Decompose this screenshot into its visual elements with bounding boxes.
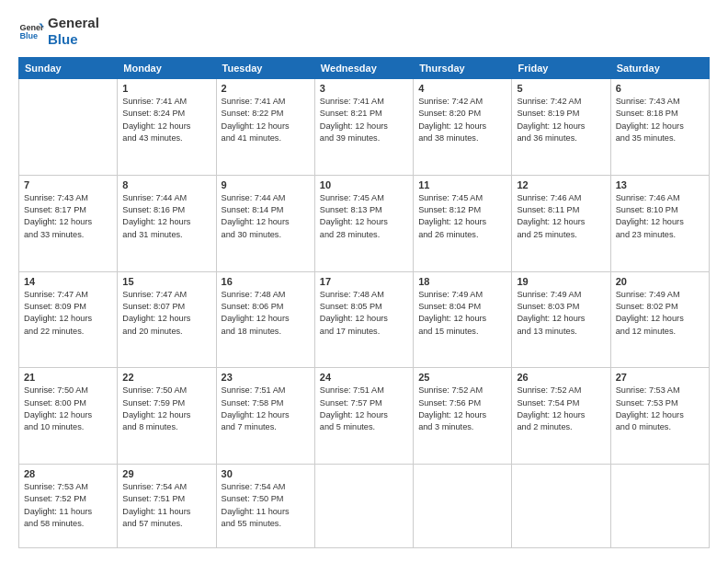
day-number: 24: [320, 372, 408, 383]
calendar-cell: 6Sunrise: 7:43 AM Sunset: 8:18 PM Daylig…: [610, 79, 709, 176]
calendar-cell: 1Sunrise: 7:41 AM Sunset: 8:24 PM Daylig…: [118, 79, 216, 176]
day-info: Sunrise: 7:54 AM Sunset: 7:50 PM Dayligh…: [222, 481, 310, 530]
calendar-week-row: 1Sunrise: 7:41 AM Sunset: 8:24 PM Daylig…: [19, 79, 710, 176]
day-number: 2: [222, 83, 310, 94]
logo-blue: Blue: [48, 31, 99, 48]
calendar-cell: 17Sunrise: 7:48 AM Sunset: 8:05 PM Dayli…: [314, 271, 413, 368]
calendar-week-row: 7Sunrise: 7:43 AM Sunset: 8:17 PM Daylig…: [19, 175, 710, 271]
day-number: 7: [24, 179, 112, 190]
day-number: 22: [122, 372, 210, 383]
day-info: Sunrise: 7:50 AM Sunset: 8:00 PM Dayligh…: [24, 385, 112, 433]
day-info: Sunrise: 7:43 AM Sunset: 8:17 PM Dayligh…: [24, 192, 112, 241]
calendar-cell: 19Sunrise: 7:49 AM Sunset: 8:03 PM Dayli…: [512, 271, 610, 368]
calendar-cell: 24Sunrise: 7:51 AM Sunset: 7:57 PM Dayli…: [314, 368, 413, 465]
day-info: Sunrise: 7:42 AM Sunset: 8:20 PM Dayligh…: [418, 96, 506, 144]
day-info: Sunrise: 7:44 AM Sunset: 8:16 PM Dayligh…: [122, 192, 210, 241]
day-number: 10: [320, 179, 408, 190]
calendar-cell: 26Sunrise: 7:52 AM Sunset: 7:54 PM Dayli…: [512, 368, 610, 465]
calendar-cell: 15Sunrise: 7:47 AM Sunset: 8:07 PM Dayli…: [118, 271, 216, 368]
calendar-cell: 18Sunrise: 7:49 AM Sunset: 8:04 PM Dayli…: [414, 271, 512, 368]
day-number: 6: [616, 83, 704, 94]
day-info: Sunrise: 7:53 AM Sunset: 7:52 PM Dayligh…: [24, 481, 112, 530]
calendar-cell: 25Sunrise: 7:52 AM Sunset: 7:56 PM Dayli…: [414, 368, 512, 465]
calendar-week-row: 28Sunrise: 7:53 AM Sunset: 7:52 PM Dayli…: [19, 465, 710, 548]
day-number: 26: [517, 372, 605, 383]
day-info: Sunrise: 7:51 AM Sunset: 7:57 PM Dayligh…: [320, 385, 408, 433]
day-number: 8: [122, 179, 210, 190]
day-number: 19: [517, 276, 605, 287]
day-info: Sunrise: 7:49 AM Sunset: 8:02 PM Dayligh…: [616, 289, 704, 338]
day-info: Sunrise: 7:49 AM Sunset: 8:04 PM Dayligh…: [418, 289, 506, 338]
calendar-cell: 12Sunrise: 7:46 AM Sunset: 8:11 PM Dayli…: [512, 175, 610, 271]
calendar-header-saturday: Saturday: [610, 58, 709, 79]
logo-icon: General Blue: [18, 18, 44, 44]
day-info: Sunrise: 7:45 AM Sunset: 8:13 PM Dayligh…: [320, 192, 408, 241]
calendar-cell: 10Sunrise: 7:45 AM Sunset: 8:13 PM Dayli…: [314, 175, 413, 271]
calendar-cell: [414, 465, 512, 548]
day-number: 23: [222, 372, 310, 383]
calendar-cell: 4Sunrise: 7:42 AM Sunset: 8:20 PM Daylig…: [414, 79, 512, 176]
day-number: 16: [222, 276, 310, 287]
day-number: 3: [320, 83, 408, 94]
day-number: 29: [122, 468, 210, 479]
calendar-cell: 30Sunrise: 7:54 AM Sunset: 7:50 PM Dayli…: [216, 465, 314, 548]
header: General Blue General Blue: [18, 15, 710, 48]
day-info: Sunrise: 7:46 AM Sunset: 8:11 PM Dayligh…: [517, 192, 605, 241]
calendar-cell: 28Sunrise: 7:53 AM Sunset: 7:52 PM Dayli…: [19, 465, 118, 548]
calendar-cell: 21Sunrise: 7:50 AM Sunset: 8:00 PM Dayli…: [19, 368, 118, 465]
day-info: Sunrise: 7:52 AM Sunset: 7:54 PM Dayligh…: [517, 385, 605, 433]
calendar-cell: 2Sunrise: 7:41 AM Sunset: 8:22 PM Daylig…: [216, 79, 314, 176]
day-number: 4: [418, 83, 506, 94]
page: General Blue General Blue SundayMondayTu…: [0, 0, 728, 563]
calendar-cell: 13Sunrise: 7:46 AM Sunset: 8:10 PM Dayli…: [610, 175, 709, 271]
calendar-cell: 16Sunrise: 7:48 AM Sunset: 8:06 PM Dayli…: [216, 271, 314, 368]
calendar-header-thursday: Thursday: [414, 58, 512, 79]
calendar-cell: 23Sunrise: 7:51 AM Sunset: 7:58 PM Dayli…: [216, 368, 314, 465]
day-number: 9: [222, 179, 310, 190]
day-number: 20: [616, 276, 704, 287]
calendar-week-row: 21Sunrise: 7:50 AM Sunset: 8:00 PM Dayli…: [19, 368, 710, 465]
day-number: 12: [517, 179, 605, 190]
calendar-cell: 8Sunrise: 7:44 AM Sunset: 8:16 PM Daylig…: [118, 175, 216, 271]
day-info: Sunrise: 7:44 AM Sunset: 8:14 PM Dayligh…: [222, 192, 310, 241]
calendar-cell: 29Sunrise: 7:54 AM Sunset: 7:51 PM Dayli…: [118, 465, 216, 548]
day-info: Sunrise: 7:47 AM Sunset: 8:09 PM Dayligh…: [24, 289, 112, 338]
day-info: Sunrise: 7:54 AM Sunset: 7:51 PM Dayligh…: [122, 481, 210, 530]
day-number: 27: [616, 372, 704, 383]
calendar-cell: 5Sunrise: 7:42 AM Sunset: 8:19 PM Daylig…: [512, 79, 610, 176]
calendar-week-row: 14Sunrise: 7:47 AM Sunset: 8:09 PM Dayli…: [19, 271, 710, 368]
calendar-cell: [610, 465, 709, 548]
day-number: 11: [418, 179, 506, 190]
calendar-header-row: SundayMondayTuesdayWednesdayThursdayFrid…: [19, 58, 710, 79]
calendar-cell: 11Sunrise: 7:45 AM Sunset: 8:12 PM Dayli…: [414, 175, 512, 271]
logo-general: General: [48, 15, 99, 31]
day-number: 25: [418, 372, 506, 383]
day-info: Sunrise: 7:51 AM Sunset: 7:58 PM Dayligh…: [222, 385, 310, 433]
calendar-table: SundayMondayTuesdayWednesdayThursdayFrid…: [18, 57, 710, 548]
calendar-cell: 20Sunrise: 7:49 AM Sunset: 8:02 PM Dayli…: [610, 271, 709, 368]
day-number: 28: [24, 468, 112, 479]
day-info: Sunrise: 7:45 AM Sunset: 8:12 PM Dayligh…: [418, 192, 506, 241]
day-number: 13: [616, 179, 704, 190]
day-info: Sunrise: 7:49 AM Sunset: 8:03 PM Dayligh…: [517, 289, 605, 338]
day-info: Sunrise: 7:53 AM Sunset: 7:53 PM Dayligh…: [616, 385, 704, 433]
day-number: 15: [122, 276, 210, 287]
day-number: 30: [222, 468, 310, 479]
day-number: 5: [517, 83, 605, 94]
svg-text:Blue: Blue: [19, 31, 38, 40]
day-info: Sunrise: 7:41 AM Sunset: 8:21 PM Dayligh…: [320, 96, 408, 144]
calendar-cell: 14Sunrise: 7:47 AM Sunset: 8:09 PM Dayli…: [19, 271, 118, 368]
calendar-header-friday: Friday: [512, 58, 610, 79]
calendar-header-wednesday: Wednesday: [314, 58, 413, 79]
day-info: Sunrise: 7:50 AM Sunset: 7:59 PM Dayligh…: [122, 385, 210, 433]
calendar-cell: [314, 465, 413, 548]
calendar-cell: 27Sunrise: 7:53 AM Sunset: 7:53 PM Dayli…: [610, 368, 709, 465]
calendar-cell: 9Sunrise: 7:44 AM Sunset: 8:14 PM Daylig…: [216, 175, 314, 271]
day-info: Sunrise: 7:48 AM Sunset: 8:06 PM Dayligh…: [222, 289, 310, 338]
day-info: Sunrise: 7:41 AM Sunset: 8:24 PM Dayligh…: [122, 96, 210, 144]
calendar-header-tuesday: Tuesday: [216, 58, 314, 79]
day-number: 17: [320, 276, 408, 287]
day-info: Sunrise: 7:41 AM Sunset: 8:22 PM Dayligh…: [222, 96, 310, 144]
calendar-cell: [512, 465, 610, 548]
day-number: 21: [24, 372, 112, 383]
